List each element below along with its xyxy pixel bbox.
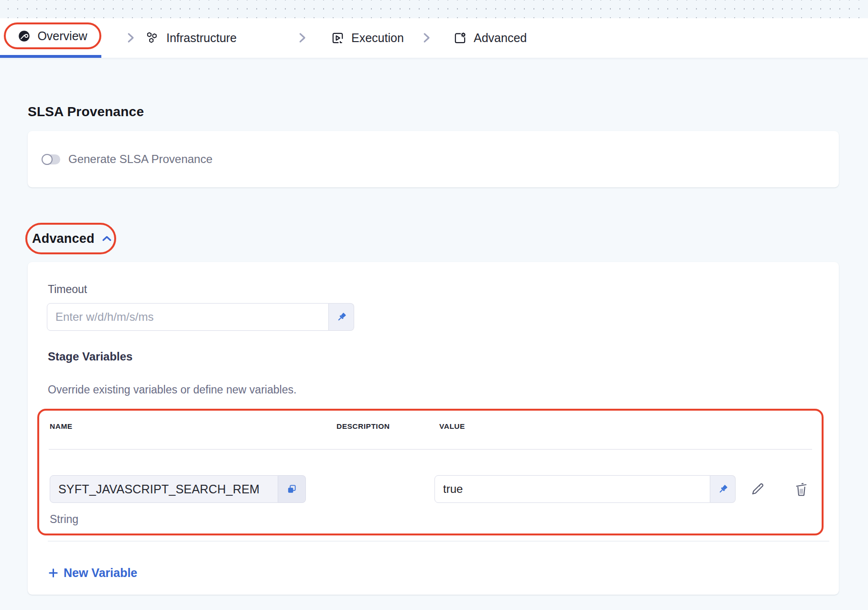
generate-slsa-label: Generate SLSA Provenance [68, 152, 213, 166]
timeout-pin-button[interactable] [329, 303, 354, 331]
tab-infrastructure[interactable]: Infrastructure [145, 29, 237, 46]
tab-advanced-label: Advanced [474, 31, 527, 45]
variable-type-label: String [50, 513, 78, 526]
overview-icon [18, 30, 31, 43]
stage-tab-bar: Overview Infrastructure Execution [0, 18, 868, 58]
tab-advanced[interactable]: Advanced [453, 29, 527, 46]
tab-infrastructure-label: Infrastructure [166, 31, 237, 45]
advanced-section-title: Advanced [32, 231, 95, 246]
timeout-label: Timeout [48, 283, 87, 296]
timeout-input[interactable] [47, 303, 329, 331]
chevron-right-icon [123, 31, 138, 45]
column-header-name: NAME [50, 422, 73, 431]
table-header-divider [49, 449, 812, 450]
pin-icon [336, 311, 347, 323]
infrastructure-icon [145, 31, 160, 45]
tab-overview[interactable]: Overview [18, 27, 87, 44]
tab-execution[interactable]: Execution [331, 29, 404, 46]
slsa-provenance-title: SLSA Provenance [28, 104, 144, 120]
chevron-right-icon [419, 31, 434, 45]
copy-name-button[interactable] [278, 475, 306, 503]
slsa-provenance-card: Generate SLSA Provenance [28, 131, 839, 187]
value-pin-button[interactable] [710, 475, 736, 503]
active-tab-underline [0, 55, 101, 58]
column-header-description: DESCRIPTION [336, 422, 390, 431]
pencil-icon [749, 481, 765, 497]
generate-slsa-toggle[interactable] [42, 154, 60, 164]
toggle-knob [42, 154, 53, 165]
advanced-gear-icon [453, 31, 467, 45]
collapse-chevron-up-icon[interactable] [100, 232, 113, 245]
dotted-header-strip [0, 0, 868, 18]
new-variable-button[interactable]: New Variable [48, 566, 137, 580]
tab-overview-label: Overview [37, 29, 87, 43]
variable-value-group [434, 475, 736, 503]
column-header-value: VALUE [439, 422, 465, 431]
annotation-overview-tab: Overview [4, 22, 101, 49]
edit-variable-button[interactable] [748, 479, 767, 499]
advanced-section-card: Timeout Stage Variables Override existin… [28, 262, 839, 595]
execution-icon [331, 31, 345, 45]
tab-execution-label: Execution [351, 31, 404, 45]
row-divider [48, 541, 829, 542]
annotation-advanced-heading: Advanced [25, 223, 116, 254]
annotation-variables-table: NAME DESCRIPTION VALUE [37, 409, 824, 535]
new-variable-label: New Variable [64, 566, 137, 580]
pin-icon [717, 483, 729, 495]
stage-variables-description: Override existing variables or define ne… [48, 383, 296, 396]
trash-icon [793, 481, 809, 497]
chevron-right-icon [295, 31, 309, 45]
delete-variable-button[interactable] [792, 479, 811, 499]
stage-variables-title: Stage Variables [48, 350, 132, 363]
plus-icon [48, 567, 59, 578]
variable-name-input[interactable] [50, 475, 278, 503]
copy-icon [286, 484, 297, 495]
table-row [50, 475, 306, 503]
variable-value-input[interactable] [434, 475, 710, 503]
